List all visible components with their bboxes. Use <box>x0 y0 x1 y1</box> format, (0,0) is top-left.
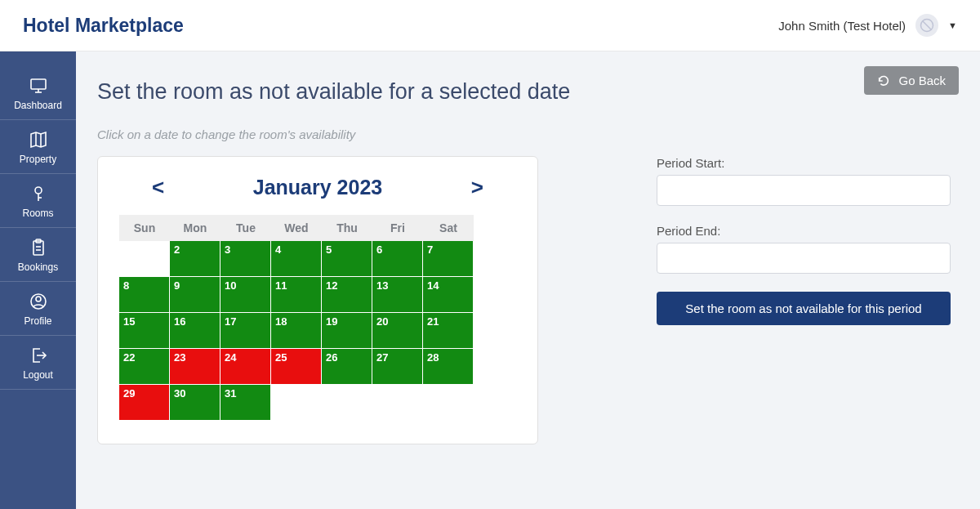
calendar-day[interactable]: 13 <box>372 277 423 313</box>
calendar-day[interactable]: 21 <box>423 313 474 349</box>
sidebar-item-dashboard[interactable]: Dashboard <box>0 66 76 120</box>
calendar-day[interactable]: 6 <box>372 241 423 277</box>
sidebar-item-label: Property <box>20 154 56 165</box>
calendar-dow: Thu <box>322 215 372 241</box>
sidebar-item-label: Rooms <box>22 208 53 219</box>
sidebar-item-label: Dashboard <box>14 100 62 111</box>
main-content: Go Back Set the room as not available fo… <box>76 51 980 509</box>
calendar-next-button[interactable]: > <box>471 175 483 200</box>
calendar-grid: SunMonTueWedThuFriSat2345678910111213141… <box>119 215 516 421</box>
sidebar-item-property[interactable]: Property <box>0 120 76 174</box>
calendar-day[interactable]: 5 <box>322 241 372 277</box>
calendar-day[interactable]: 2 <box>170 241 220 277</box>
calendar-day[interactable]: 26 <box>322 349 372 385</box>
sidebar-item-label: Bookings <box>18 261 58 273</box>
key-icon <box>29 184 48 203</box>
calendar-month-label: January 2023 <box>253 176 382 199</box>
period-form: Period Start: Period End: Set the room a… <box>657 156 951 325</box>
calendar-day[interactable]: 12 <box>322 277 372 313</box>
sidebar-item-bookings[interactable]: Bookings <box>0 228 76 282</box>
calendar-dow: Tue <box>220 215 271 241</box>
calendar-day[interactable]: 10 <box>220 277 271 313</box>
logout-icon <box>29 346 48 365</box>
period-start-label: Period Start: <box>657 156 951 170</box>
calendar-card: < January 2023 > SunMonTueWedThuFriSat23… <box>97 156 538 444</box>
calendar-day[interactable]: 16 <box>170 313 220 349</box>
calendar-day[interactable]: 30 <box>170 385 220 421</box>
calendar-day[interactable]: 8 <box>119 277 170 313</box>
svg-point-7 <box>35 187 42 194</box>
calendar-prev-button[interactable]: < <box>152 175 164 200</box>
calendar-day[interactable]: 24 <box>220 349 271 385</box>
calendar-day[interactable]: 20 <box>372 313 423 349</box>
user-label: John Smith (Test Hotel) <box>778 19 906 33</box>
calendar-day[interactable]: 18 <box>271 313 322 349</box>
calendar-dow: Sat <box>423 215 474 241</box>
calendar-day[interactable]: 3 <box>220 241 271 277</box>
calendar-day[interactable]: 25 <box>271 349 322 385</box>
user-icon <box>920 18 934 33</box>
calendar-dow: Fri <box>372 215 423 241</box>
page-hint: Click on a date to change the room's ava… <box>97 127 959 141</box>
refresh-icon <box>877 74 890 87</box>
calendar-day[interactable]: 9 <box>170 277 220 313</box>
avatar <box>915 14 938 37</box>
calendar-day[interactable]: 31 <box>220 385 271 421</box>
sidebar-item-rooms[interactable]: Rooms <box>0 174 76 228</box>
user-menu[interactable]: John Smith (Test Hotel) ▼ <box>778 14 957 37</box>
calendar-day[interactable]: 4 <box>271 241 322 277</box>
calendar-day[interactable]: 14 <box>423 277 474 313</box>
calendar-dow: Sun <box>119 215 170 241</box>
calendar-day[interactable]: 19 <box>322 313 372 349</box>
brand-title[interactable]: Hotel Marketplace <box>23 15 184 37</box>
header: Hotel Marketplace John Smith (Test Hotel… <box>0 0 980 51</box>
svg-point-15 <box>36 297 41 301</box>
page-title: Set the room as not available for a sele… <box>97 79 959 105</box>
monitor-icon <box>29 76 48 96</box>
submit-period-button[interactable]: Set the room as not available for this p… <box>657 292 951 325</box>
sidebar-item-label: Profile <box>24 315 51 327</box>
go-back-label: Go Back <box>898 74 946 87</box>
calendar-day[interactable]: 22 <box>119 349 170 385</box>
calendar-day[interactable]: 29 <box>119 385 170 421</box>
calendar-dow: Wed <box>271 215 322 241</box>
period-end-label: Period End: <box>657 224 951 238</box>
sidebar-item-logout[interactable]: Logout <box>0 336 76 390</box>
calendar-day[interactable]: 15 <box>119 313 170 349</box>
calendar-day-blank <box>119 241 170 277</box>
clipboard-icon <box>29 238 48 257</box>
calendar-dow: Mon <box>170 215 220 241</box>
sidebar-item-profile[interactable]: Profile <box>0 282 76 336</box>
sidebar: Dashboard Property Rooms Bookings Profil… <box>0 51 76 509</box>
period-end-input[interactable] <box>657 243 951 274</box>
calendar-day[interactable]: 11 <box>271 277 322 313</box>
period-start-input[interactable] <box>657 175 951 206</box>
chevron-down-icon: ▼ <box>948 20 957 30</box>
map-icon <box>29 130 48 150</box>
calendar-day[interactable]: 27 <box>372 349 423 385</box>
calendar-day[interactable]: 17 <box>220 313 271 349</box>
calendar-day[interactable]: 28 <box>423 349 474 385</box>
profile-icon <box>29 292 48 311</box>
go-back-button[interactable]: Go Back <box>864 66 959 95</box>
calendar-day[interactable]: 23 <box>170 349 220 385</box>
sidebar-item-label: Logout <box>23 369 53 381</box>
svg-rect-2 <box>31 79 46 89</box>
calendar-day[interactable]: 7 <box>423 241 474 277</box>
svg-line-1 <box>923 21 932 30</box>
